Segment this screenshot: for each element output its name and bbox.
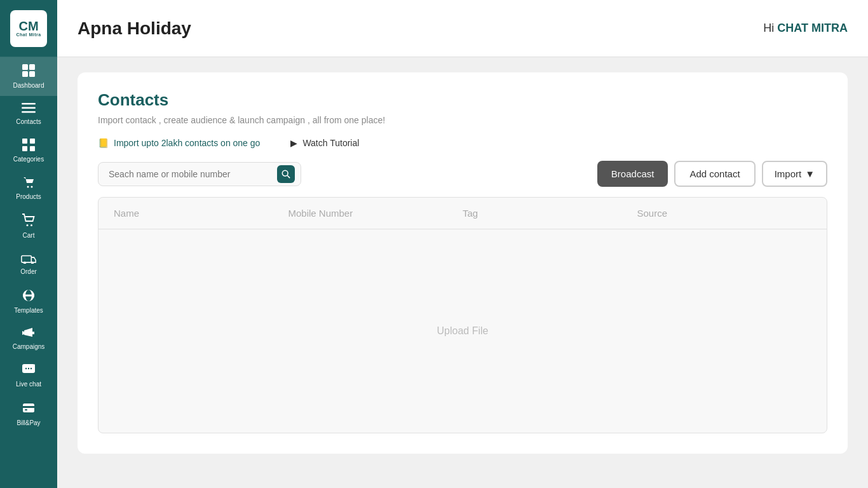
app-logo: CM Chat Mitra <box>0 0 57 57</box>
page-title: Apna Holiday <box>78 18 191 39</box>
svg-rect-3 <box>29 71 35 77</box>
svg-point-11 <box>27 186 29 188</box>
sidebar-item-templates[interactable]: Templates <box>0 282 57 321</box>
table-body: Upload File <box>98 229 827 433</box>
svg-rect-7 <box>22 139 27 144</box>
import-button[interactable]: Import ▼ <box>762 161 827 187</box>
sidebar-item-live-chat-label: Live chat <box>16 381 41 388</box>
greeting: Hi CHAT MITRA <box>763 22 848 35</box>
sidebar-item-categories[interactable]: Categories <box>0 132 57 170</box>
svg-point-13 <box>27 224 29 226</box>
categories-icon <box>22 139 35 153</box>
sidebar-item-templates-label: Templates <box>14 307 43 315</box>
sidebar-item-campaigns-label: Campaigns <box>13 343 45 351</box>
import-link[interactable]: 📒 Import upto 2lakh contacts on one go <box>98 138 260 148</box>
col-name: Name <box>114 208 288 219</box>
contacts-title: Contacts <box>98 90 827 110</box>
live-chat-icon <box>22 363 36 378</box>
sidebar-item-contacts-label: Contacts <box>16 118 41 126</box>
sidebar: CM Chat Mitra Dashboard Contacts <box>0 0 57 488</box>
svg-rect-1 <box>29 64 35 70</box>
svg-point-28 <box>282 170 288 176</box>
svg-rect-15 <box>22 256 31 262</box>
contacts-subtitle: Import contack , create audience & launc… <box>98 115 827 125</box>
order-icon <box>21 252 36 266</box>
watch-tutorial-text: Watch Tutorial <box>302 138 359 148</box>
contacts-card: Contacts Import contack , create audienc… <box>78 72 848 454</box>
sidebar-item-products[interactable]: Products <box>0 170 57 207</box>
header: Apna Holiday Hi CHAT MITRA <box>57 0 868 57</box>
cart-icon <box>22 214 36 229</box>
sidebar-item-bill-pay[interactable]: Bill&Pay <box>0 395 57 433</box>
watch-tutorial-link[interactable]: ▶ Watch Tutorial <box>290 138 359 148</box>
logo-sub-text: Chat Mitra <box>16 32 41 37</box>
greeting-pre: Hi <box>763 22 777 34</box>
svg-point-24 <box>31 368 32 369</box>
campaigns-icon <box>22 327 36 341</box>
sidebar-item-products-label: Products <box>16 193 41 201</box>
sidebar-item-cart[interactable]: Cart <box>0 207 57 246</box>
sidebar-item-dashboard[interactable]: Dashboard <box>0 57 57 96</box>
sidebar-item-categories-label: Categories <box>13 156 44 163</box>
greeting-name: CHAT MITRA <box>777 22 848 34</box>
sidebar-item-bill-pay-label: Bill&Pay <box>17 419 40 427</box>
svg-point-12 <box>31 186 33 188</box>
bill-pay-icon <box>22 401 36 417</box>
search-input[interactable] <box>98 162 301 186</box>
sidebar-item-cart-label: Cart <box>23 232 35 240</box>
sidebar-item-dashboard-label: Dashboard <box>13 82 44 90</box>
chevron-down-icon: ▼ <box>805 168 815 179</box>
book-icon: 📒 <box>98 138 109 148</box>
controls-row: Broadcast Add contact Import ▼ <box>98 161 827 187</box>
svg-point-14 <box>31 224 32 226</box>
search-button[interactable] <box>277 165 295 183</box>
sidebar-item-live-chat[interactable]: Live chat <box>0 357 57 395</box>
svg-rect-26 <box>23 406 34 408</box>
table-header: Name Mobile Number Tag Source <box>98 198 827 229</box>
main-content: Apna Holiday Hi CHAT MITRA Contacts Impo… <box>57 0 868 488</box>
svg-point-22 <box>25 368 27 369</box>
import-link-text: Import upto 2lakh contacts on one go <box>114 138 260 148</box>
sidebar-item-contacts[interactable]: Contacts <box>0 96 57 132</box>
svg-line-29 <box>287 175 290 178</box>
col-source: Source <box>637 208 812 219</box>
page-body: Contacts Import contack , create audienc… <box>57 57 868 488</box>
import-button-text: Import <box>775 168 802 179</box>
play-icon: ▶ <box>290 138 297 148</box>
sidebar-item-order-label: Order <box>20 268 37 276</box>
svg-rect-5 <box>22 107 36 109</box>
svg-rect-6 <box>22 111 36 113</box>
svg-rect-20 <box>23 295 34 297</box>
templates-icon <box>22 288 35 304</box>
contacts-icon <box>22 102 36 116</box>
broadcast-button[interactable]: Broadcast <box>597 161 668 187</box>
col-mobile: Mobile Number <box>288 208 463 219</box>
svg-rect-9 <box>22 146 27 151</box>
sidebar-item-campaigns[interactable]: Campaigns <box>0 321 57 357</box>
logo-cm-text: CM <box>18 20 38 32</box>
sidebar-item-order[interactable]: Order <box>0 246 57 282</box>
svg-rect-10 <box>30 146 35 151</box>
svg-rect-27 <box>25 409 27 410</box>
empty-state-label: Upload File <box>437 325 489 337</box>
search-box <box>98 162 301 186</box>
svg-rect-2 <box>22 71 28 77</box>
info-row: 📒 Import upto 2lakh contacts on one go ▶… <box>98 138 827 148</box>
col-tag: Tag <box>463 208 637 219</box>
add-contact-button[interactable]: Add contact <box>674 161 755 187</box>
dashboard-icon <box>22 64 36 79</box>
svg-rect-4 <box>22 103 36 105</box>
contacts-table: Name Mobile Number Tag Source Upload Fil… <box>98 197 827 433</box>
svg-point-23 <box>28 368 29 369</box>
action-buttons: Broadcast Add contact Import ▼ <box>597 161 827 187</box>
svg-rect-0 <box>22 64 28 70</box>
svg-rect-8 <box>30 139 35 144</box>
products-icon <box>22 176 35 191</box>
